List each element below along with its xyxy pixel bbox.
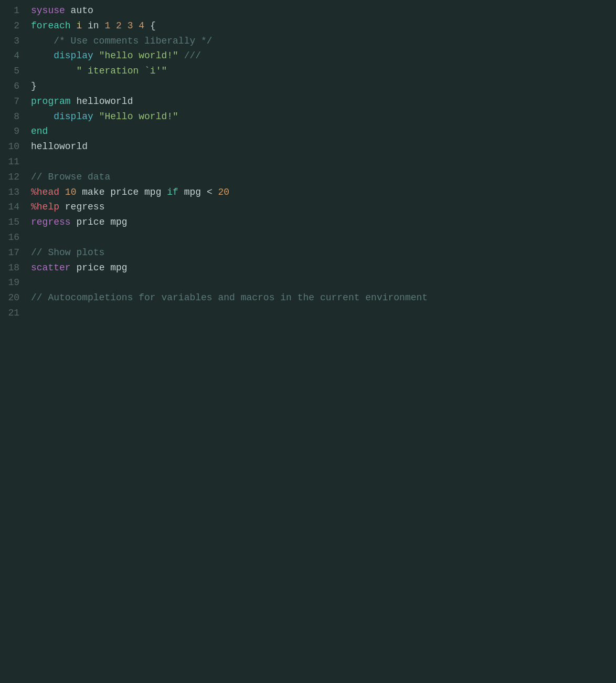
code-token: } [31,81,37,91]
line-number: 8 [0,109,19,124]
line-number: 4 [0,48,19,64]
line-number: 2 [0,18,19,34]
code-token: make price mpg [76,187,167,197]
code-token: regress [31,217,71,227]
code-line: end [31,124,616,139]
code-token [110,20,116,31]
code-token: "Hello world!" [99,111,178,122]
code-token: // Show plots [31,247,104,258]
line-number: 13 [0,185,19,200]
line-number: 12 [0,170,19,185]
code-token: /// [178,50,201,61]
code-line: %help regress [31,199,616,215]
line-number: 14 [0,199,19,215]
code-token [31,66,76,76]
code-token: "hello world!" [99,50,178,61]
line-number: 11 [0,154,19,170]
code-token: regress [59,202,104,212]
code-token [59,187,65,197]
line-number: 18 [0,260,19,276]
code-line: /* Use comments liberally */ [31,34,616,49]
code-token: { [144,20,156,31]
code-token: mpg < [178,187,218,197]
code-token: display [54,50,93,61]
code-token: helloworld [31,141,88,152]
code-token: if [167,187,178,197]
code-line: foreach i in 1 2 3 4 { [31,18,616,34]
line-number: 17 [0,245,19,260]
code-line: display "hello world!" /// [31,48,616,64]
code-token: iteration [82,66,144,76]
line-number: 9 [0,124,19,139]
code-token: 20 [218,187,230,197]
code-token [31,111,54,122]
code-token: scatter [31,262,71,273]
code-token: end [31,126,48,136]
line-number: 21 [0,306,19,321]
code-token: foreach [31,20,71,31]
line-number: 5 [0,64,19,79]
code-token: i [76,20,82,31]
code-token: 3 [128,20,133,31]
line-number: 3 [0,34,19,49]
code-line: display "Hello world!" [31,109,616,124]
code-line [31,154,616,170]
code-token: %help [31,202,59,212]
code-token: `i' [144,66,161,76]
code-line: // Show plots [31,245,616,260]
code-line: // Browse data [31,170,616,185]
line-number: 15 [0,215,19,230]
code-line: %head 10 make price mpg if mpg < 20 [31,185,616,200]
line-number: 6 [0,79,19,94]
code-token: " [161,66,167,76]
code-token: /* Use comments liberally */ [31,36,213,46]
line-number: 16 [0,230,19,245]
code-token: 1 [104,20,110,31]
code-line: " iteration `i'" [31,64,616,79]
code-token: // Browse data [31,172,110,182]
code-area[interactable]: sysuse autoforeach i in 1 2 3 4 { /* Use… [29,2,616,683]
line-numbers: 123456789101112131415161718192021 [0,2,29,683]
code-token: 2 [116,20,122,31]
code-token: price mpg [71,262,128,273]
code-editor: 123456789101112131415161718192021 sysuse… [0,0,616,683]
line-number: 10 [0,139,19,154]
code-token [31,50,54,61]
code-token: // Autocompletions for variables and mac… [31,292,428,303]
code-line: helloworld [31,139,616,154]
code-line [31,230,616,245]
code-token [93,111,99,122]
code-token [122,20,128,31]
code-token [133,20,139,31]
code-token: program [31,96,71,107]
code-token: " [76,66,82,76]
code-token: %head [31,187,59,197]
code-token [93,50,99,61]
code-token: in [82,20,104,31]
code-line: sysuse auto [31,3,616,18]
code-line: scatter price mpg [31,260,616,276]
code-line [31,306,616,321]
code-line: } [31,79,616,94]
code-token: sysuse [31,5,65,16]
code-token [71,20,77,31]
code-line: regress price mpg [31,215,616,230]
code-token: helloworld [71,96,133,107]
code-line: program helloworld [31,94,616,109]
code-token: display [54,111,93,122]
line-number: 19 [0,275,19,290]
code-token: price mpg [71,217,128,227]
code-token: 10 [65,187,77,197]
code-token: 4 [139,20,144,31]
code-line: // Autocompletions for variables and mac… [31,290,616,306]
code-token: auto [65,5,93,16]
line-number: 20 [0,290,19,306]
code-line [31,275,616,290]
line-number: 7 [0,94,19,109]
line-number: 1 [0,3,19,18]
